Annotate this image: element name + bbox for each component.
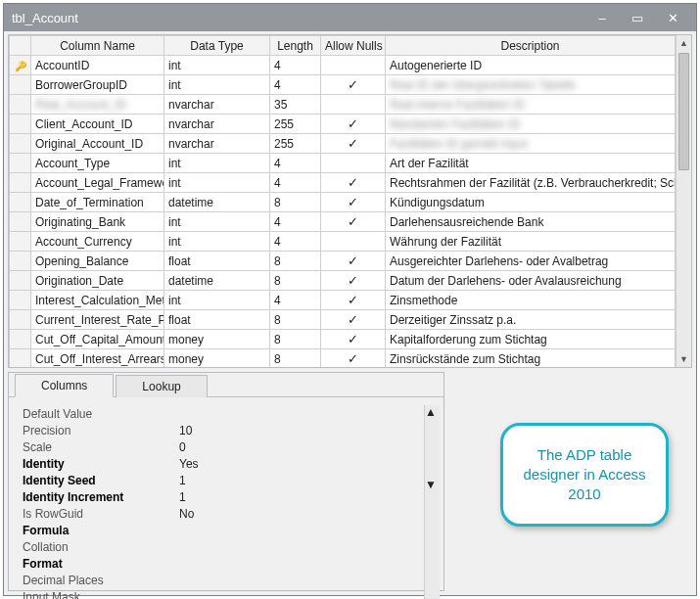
cell-allow-nulls[interactable]: ✓ [321, 134, 386, 154]
table-row[interactable]: BorrowerGroupIDint4✓Real ID der übergeor… [10, 75, 676, 95]
cell-data-type[interactable]: float [164, 310, 270, 330]
cell-column-name[interactable]: Cut_Off_Interest_Arrears [31, 349, 164, 368]
cell-column-name[interactable]: Account_Type [31, 154, 164, 173]
table-row[interactable]: Interest_Calculation_Methint4✓Zinsmethod… [10, 291, 676, 310]
property-value[interactable]: 1 [179, 474, 420, 487]
cell-data-type[interactable]: float [164, 252, 270, 271]
cell-allow-nulls[interactable]: ✓ [321, 173, 386, 193]
cell-description[interactable]: Datum der Darlehens- oder Avalausreichun… [386, 271, 676, 291]
property-value[interactable]: 1 [179, 490, 420, 504]
row-selector[interactable] [10, 330, 31, 349]
cell-allow-nulls[interactable]: ✓ [321, 349, 386, 368]
table-row[interactable]: Date_of_Terminationdatetime8✓Kündigungsd… [10, 193, 676, 212]
table-row[interactable]: Opening_Balancefloat8✓Ausgereichter Darl… [10, 252, 676, 271]
table-row[interactable]: Original_Account_IDnvarchar255✓Fazilität… [10, 134, 676, 154]
cell-data-type[interactable]: money [164, 330, 270, 349]
cell-column-name[interactable]: Originating_Bank [31, 212, 164, 232]
cell-allow-nulls[interactable]: ✓ [321, 310, 386, 330]
cell-column-name[interactable]: Date_of_Termination [31, 193, 164, 212]
cell-length[interactable]: 35 [270, 95, 321, 115]
cell-allow-nulls[interactable] [321, 232, 386, 252]
cell-description[interactable]: Kapitalforderung zum Stichtag [386, 330, 676, 349]
row-selector[interactable] [10, 232, 31, 252]
scroll-thumb[interactable] [678, 53, 689, 170]
cell-length[interactable]: 8 [270, 271, 321, 291]
table-row[interactable]: Origination_Datedatetime8✓Datum der Darl… [10, 271, 676, 291]
cell-description[interactable]: Real ID der übergeordneten Tabelle [386, 75, 676, 95]
cell-length[interactable]: 255 [270, 115, 321, 134]
cell-length[interactable]: 255 [270, 134, 321, 154]
row-selector[interactable] [10, 193, 31, 212]
header-data-type[interactable]: Data Type [164, 36, 270, 56]
scroll-down-icon[interactable]: ▼ [425, 478, 440, 491]
cell-allow-nulls[interactable] [321, 154, 386, 173]
scroll-down-icon[interactable]: ▼ [677, 351, 691, 367]
property-scrollbar[interactable]: ▲ ▼ [424, 405, 440, 599]
cell-allow-nulls[interactable]: ✓ [321, 212, 386, 232]
table-row[interactable]: Real_Account_IDnvarchar35Real interne Fa… [10, 95, 676, 115]
row-selector[interactable] [10, 95, 31, 115]
property-value[interactable]: No [179, 507, 420, 521]
row-selector[interactable] [10, 271, 31, 291]
cell-data-type[interactable]: int [164, 291, 270, 310]
cell-description[interactable]: Zinsrückstände zum Stichtag [386, 349, 676, 368]
cell-length[interactable]: 8 [270, 252, 321, 271]
cell-data-type[interactable]: int [164, 212, 270, 232]
table-row[interactable]: Account_Legal_Frameworkint4✓Rechtsrahmen… [10, 173, 676, 193]
row-selector[interactable] [10, 134, 31, 154]
row-selector[interactable]: 🔑 [10, 56, 31, 75]
cell-data-type[interactable]: int [164, 173, 270, 193]
tab-columns[interactable]: Columns [15, 374, 114, 397]
cell-allow-nulls[interactable] [321, 95, 386, 115]
grid-scroll-area[interactable]: Column Name Data Type Length Allow Nulls… [9, 35, 676, 367]
cell-allow-nulls[interactable]: ✓ [321, 115, 386, 134]
cell-data-type[interactable]: int [164, 154, 270, 173]
table-row[interactable]: Client_Account_IDnvarchar255✓Mandanten F… [10, 115, 676, 134]
row-selector[interactable] [10, 252, 31, 271]
restore-button[interactable]: ▭ [620, 8, 655, 27]
cell-length[interactable]: 4 [270, 212, 321, 232]
cell-data-type[interactable]: int [164, 75, 270, 95]
table-row[interactable]: Account_Currencyint4Währung der Fazilitä… [10, 232, 676, 252]
cell-description[interactable]: Währung der Fazilität [386, 232, 676, 252]
row-selector[interactable] [10, 291, 31, 310]
cell-allow-nulls[interactable]: ✓ [321, 330, 386, 349]
cell-description[interactable]: Zinsmethode [386, 291, 676, 310]
row-selector[interactable] [10, 75, 31, 95]
cell-length[interactable]: 8 [270, 349, 321, 368]
cell-allow-nulls[interactable]: ✓ [321, 252, 386, 271]
cell-data-type[interactable]: nvarchar [164, 115, 270, 134]
table-row[interactable]: Cut_Off_Interest_Arrearsmoney8✓Zinsrücks… [10, 349, 676, 368]
cell-length[interactable]: 8 [270, 330, 321, 349]
row-selector[interactable] [10, 115, 31, 134]
cell-data-type[interactable]: int [164, 232, 270, 252]
scroll-thumb[interactable] [425, 419, 440, 478]
scroll-up-icon[interactable]: ▲ [677, 35, 691, 51]
row-selector[interactable] [10, 212, 31, 232]
cell-data-type[interactable]: datetime [164, 193, 270, 212]
cell-description[interactable]: Mandanten Fazilitäten ID [386, 115, 676, 134]
header-allow-nulls[interactable]: Allow Nulls [321, 36, 386, 56]
table-row[interactable]: Current_Interest_Rate_PAfloat8✓Derzeitig… [10, 310, 676, 330]
cell-column-name[interactable]: Interest_Calculation_Meth [31, 291, 164, 310]
cell-allow-nulls[interactable]: ✓ [321, 193, 386, 212]
cell-column-name[interactable]: BorrowerGroupID [31, 75, 164, 95]
table-row[interactable]: Originating_Bankint4✓Darlehensausreichen… [10, 212, 676, 232]
cell-column-name[interactable]: Origination_Date [31, 271, 164, 291]
cell-data-type[interactable]: datetime [164, 271, 270, 291]
property-value[interactable]: 0 [179, 440, 420, 454]
cell-description[interactable]: Ausgereichter Darlehens- oder Avalbetrag [386, 252, 676, 271]
cell-length[interactable]: 4 [270, 56, 321, 75]
cell-description[interactable]: Derzeitiger Zinssatz p.a. [386, 310, 676, 330]
cell-length[interactable]: 4 [270, 173, 321, 193]
property-value[interactable]: Yes [179, 457, 420, 471]
row-selector[interactable] [10, 173, 31, 193]
cell-column-name[interactable]: Real_Account_ID [31, 95, 164, 115]
table-row[interactable]: Cut_Off_Capital_Amountmoney8✓Kapitalford… [10, 330, 676, 349]
cell-length[interactable]: 4 [270, 75, 321, 95]
property-value[interactable]: 10 [179, 424, 420, 438]
row-selector[interactable] [10, 310, 31, 330]
cell-allow-nulls[interactable]: ✓ [321, 271, 386, 291]
cell-column-name[interactable]: Account_Legal_Framework [31, 173, 164, 193]
cell-length[interactable]: 4 [270, 232, 321, 252]
